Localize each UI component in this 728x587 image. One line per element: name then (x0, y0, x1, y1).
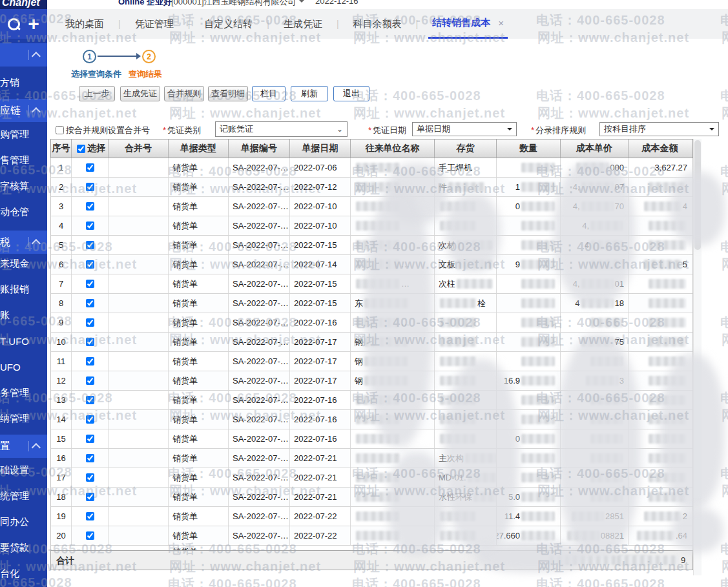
sidebar-item-台化[interactable]: 台化 (0, 566, 47, 581)
row-select-checkbox[interactable] (86, 473, 94, 482)
sidebar-item-购管理[interactable]: 购管理 (0, 127, 47, 141)
search-icon[interactable] (8, 18, 20, 30)
sidebar-section-top[interactable] (0, 43, 47, 67)
row-select-checkbox[interactable] (86, 318, 94, 327)
sidebar-item-要贷款[interactable]: 要贷款 (0, 541, 47, 555)
sidebar-item-务管理[interactable]: 务管理 (0, 386, 47, 400)
cell-select[interactable] (72, 488, 109, 506)
sidebar-item-售管理[interactable]: 售管理 (0, 153, 47, 167)
cell-select[interactable] (72, 313, 109, 332)
sidebar-item-来现金[interactable]: 来现金 (0, 256, 47, 271)
row-select-checkbox[interactable] (86, 202, 94, 211)
table-row[interactable]: 1销货单SA-2022-07-…2022-07-06手工焊机0003,627.2… (51, 158, 692, 178)
row-select-checkbox[interactable] (86, 357, 94, 366)
table-row[interactable]: 5销货单SA-2022-07-…2022-07-15次材4 (51, 236, 692, 255)
sidebar-item-T-UFO[interactable]: T-UFO (0, 334, 47, 348)
merge-rule-checkbox[interactable] (56, 126, 64, 134)
row-select-checkbox[interactable] (86, 280, 94, 288)
tab-3[interactable]: 自定义结转 (200, 9, 256, 39)
sidebar-item-方销[interactable]: 方销 (0, 76, 47, 90)
row-select-checkbox[interactable] (86, 260, 94, 269)
sidebar-item-础设置[interactable]: 础设置 (0, 463, 47, 477)
sidebar-section-置[interactable]: 置 (0, 435, 47, 458)
toolbar-button-1[interactable]: 上一步 (79, 86, 115, 101)
cell-select[interactable] (72, 352, 109, 371)
cell-select[interactable] (72, 216, 109, 235)
cell-select[interactable] (72, 158, 109, 177)
row-select-checkbox[interactable] (86, 221, 94, 230)
sidebar-item-统管理[interactable]: 统管理 (0, 489, 47, 503)
row-select-checkbox[interactable] (86, 299, 94, 307)
toolbar-button-2[interactable]: 生成凭证 (120, 86, 160, 101)
row-select-checkbox[interactable] (86, 531, 94, 540)
voucher-type-select[interactable]: 记账凭证 ⌄ (215, 121, 348, 137)
row-select-checkbox[interactable] (86, 376, 94, 385)
voucher-date-select[interactable]: 单据日期 (412, 122, 517, 136)
table-row[interactable]: 6销货单SA-2022-07-…2022-07-14…文板95 (51, 255, 692, 274)
cell-select[interactable] (72, 178, 109, 196)
cell-select[interactable] (72, 468, 109, 487)
cell-select[interactable] (72, 197, 109, 216)
sidebar-item-账报销[interactable]: 账报销 (0, 282, 47, 296)
sidebar-item-UFO[interactable]: UFO (0, 360, 47, 374)
table-row[interactable]: 15销货单SA-2022-07-…2022-07-160 (51, 429, 692, 449)
toolbar-button-5[interactable]: 栏目 (252, 86, 286, 101)
row-select-checkbox[interactable] (86, 493, 94, 501)
company-selector[interactable]: [000001]江西玉峰钢结构有限公司 (171, 0, 304, 8)
plus-icon[interactable]: + (28, 15, 39, 32)
tab-5[interactable]: 科目余额表 (349, 9, 406, 39)
row-select-checkbox[interactable] (86, 338, 94, 346)
table-row[interactable]: 18销货单SA-2022-07-…2022-07-21水性环保5.0 (51, 488, 692, 507)
cell-select[interactable] (72, 391, 109, 409)
table-row[interactable]: 20销货单SA-2022-07-…2022-07-2227.66008821.6… (51, 526, 692, 546)
table-row[interactable]: 16销货单SA-2022-07-…2022-07-21主次构 (51, 449, 692, 468)
table-row[interactable]: 13销货单SA-2022-07-…2022-07-16 (51, 391, 692, 410)
cell-select[interactable] (72, 236, 109, 254)
sidebar-item-字核算[interactable]: 字核算 (0, 179, 47, 193)
tab-2[interactable]: 凭证管理 (131, 9, 178, 39)
toolbar-button-4[interactable]: 查看明细 (208, 86, 248, 101)
table-row[interactable]: 9销货单SA-2022-07-…2022-07-16… (51, 313, 692, 333)
close-icon[interactable]: × (498, 17, 504, 28)
row-select-checkbox[interactable] (86, 435, 94, 443)
toolbar-button-7[interactable]: 退出 (333, 86, 369, 101)
table-row[interactable]: 3销货单SA-2022-07-…2022-07-1004,704 (51, 197, 692, 216)
scrollbar-thumb[interactable] (694, 140, 701, 250)
table-row[interactable]: 4销货单SA-2022-07-…2022-07-104, (51, 216, 692, 236)
table-row[interactable]: 12销货单SA-2022-07-…2022-07-17钢16.93 (51, 371, 692, 391)
tab-6[interactable]: 结转销售成本× (428, 9, 508, 39)
table-row[interactable]: 7销货单SA-2022-07-…2022-07-15…次柱4,01 (51, 274, 692, 294)
sidebar-item-纳管理[interactable]: 纳管理 (0, 411, 47, 426)
sidebar-item-同办公[interactable]: 同办公 (0, 515, 47, 529)
toolbar-button-6[interactable]: 刷新 (291, 86, 328, 101)
cell-select[interactable] (72, 371, 109, 390)
tab-1[interactable]: 我的桌面 (61, 9, 108, 39)
sidebar-item-动仓管[interactable]: 动仓管 (0, 205, 47, 219)
sidebar-section-应链[interactable]: 应链 (0, 99, 47, 122)
cell-select[interactable] (72, 507, 109, 526)
select-all-checkbox[interactable] (77, 145, 85, 153)
cell-select[interactable] (72, 333, 109, 351)
row-select-checkbox[interactable] (86, 415, 94, 424)
sort-rule-select[interactable]: 按科目排序 (599, 122, 719, 136)
cell-select[interactable] (72, 429, 109, 448)
row-select-checkbox[interactable] (86, 454, 94, 462)
toolbar-button-3[interactable]: 合并规则 (164, 86, 204, 101)
table-row[interactable]: 8销货单SA-2022-07-…2022-07-15东栓418 (51, 294, 692, 313)
table-row[interactable]: 14销货单SA-2022-07-…2022-07-16 (51, 410, 692, 429)
row-select-checkbox[interactable] (86, 512, 94, 520)
row-select-checkbox[interactable] (86, 241, 94, 249)
vertical-scrollbar[interactable] (693, 139, 702, 575)
cell-select[interactable] (72, 294, 109, 313)
row-select-checkbox[interactable] (86, 163, 94, 172)
table-row[interactable]: 17销货单SA-2022-07-…2022-07-21MD-01. (51, 468, 692, 488)
cell-select[interactable] (72, 410, 109, 429)
sidebar-section-税[interactable]: 税 (0, 231, 47, 254)
cell-select[interactable] (72, 255, 109, 274)
table-row[interactable]: 2销货单SA-2022-07-…2022-07-12件14,07 (51, 178, 692, 197)
cell-select[interactable] (72, 449, 109, 468)
row-select-checkbox[interactable] (86, 183, 94, 191)
tab-4[interactable]: 生成凭证 (280, 9, 326, 39)
cell-select[interactable] (72, 274, 109, 293)
sidebar-item-账[interactable]: 账 (0, 308, 47, 322)
